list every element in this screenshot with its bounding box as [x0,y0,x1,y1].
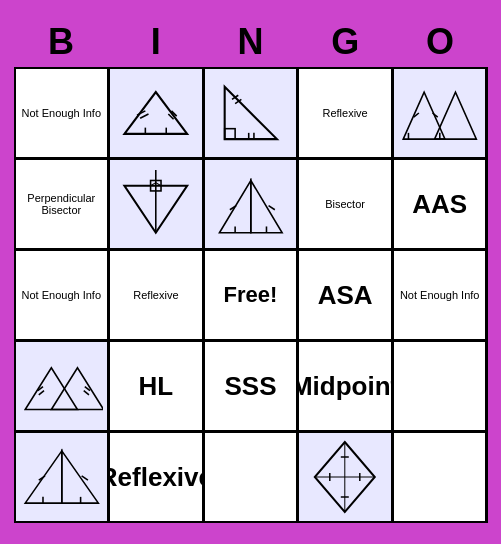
cell-1-4: AAS [394,160,486,248]
svg-line-27 [268,206,274,210]
cell-3-0 [16,342,108,430]
diagram-d6 [20,346,104,426]
cell-1-3: Bisector [299,160,391,248]
svg-marker-25 [250,180,281,232]
cell-0-4 [394,69,486,157]
cell-free: Free! [205,251,297,339]
cell-1-1 [110,160,202,248]
svg-line-35 [83,391,88,395]
svg-marker-14 [434,92,476,139]
cell-0-1 [110,69,202,157]
cell-0-2 [205,69,297,157]
diagram-d1 [114,73,198,153]
diagram-d3 [398,73,482,153]
cell-4-1: Reflexive [110,433,202,521]
letter-o: O [396,21,484,63]
cell-2-3: ASA [299,251,391,339]
cell-3-3: Midpoint [299,342,391,430]
bingo-header: B I N G O [14,21,488,63]
svg-line-2 [140,114,148,118]
cell-0-3: Reflexive [299,69,391,157]
diagram-d7 [20,437,104,517]
diagram-d2 [209,73,293,153]
bingo-grid: Not Enough Info [14,67,488,523]
diagram-d8 [303,437,387,517]
cell-2-4: Not Enough Info [394,251,486,339]
cell-2-0: Not Enough Info [16,251,108,339]
svg-marker-7 [224,87,276,139]
cell-4-3 [299,433,391,521]
cell-3-4 [394,342,486,430]
svg-marker-31 [51,368,103,410]
cell-4-2 [205,433,297,521]
svg-line-33 [38,391,43,395]
letter-n: N [206,21,294,63]
cell-2-1: Reflexive [110,251,202,339]
letter-i: I [112,21,200,63]
cell-4-4 [394,433,486,521]
letter-b: B [17,21,105,63]
svg-marker-13 [403,92,445,139]
svg-marker-30 [25,368,77,410]
cell-4-0 [16,433,108,521]
svg-rect-8 [224,129,234,139]
letter-g: G [301,21,389,63]
cell-3-1: HL [110,342,202,430]
cell-3-2: SSS [205,342,297,430]
diagram-d5 [209,164,293,244]
cell-0-0: Not Enough Info [16,69,108,157]
cell-1-2 [205,160,297,248]
cell-1-0: Perpendicular Bisector [16,160,108,248]
svg-marker-0 [125,92,188,134]
bingo-card: B I N G O Not Enough Info [6,13,496,531]
svg-marker-37 [61,451,98,503]
diagram-d4 [114,164,198,244]
